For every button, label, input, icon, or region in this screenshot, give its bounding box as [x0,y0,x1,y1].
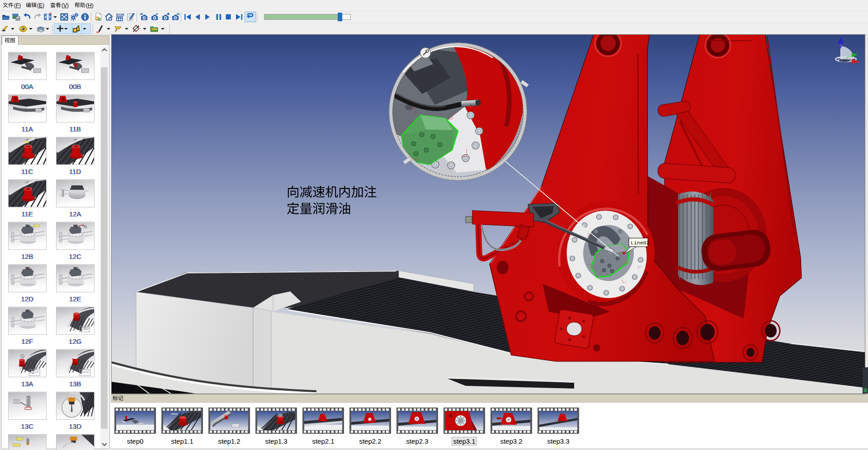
svg-text:Line02: Line02 [631,240,650,246]
svg-text:BOM: BOM [116,13,124,17]
